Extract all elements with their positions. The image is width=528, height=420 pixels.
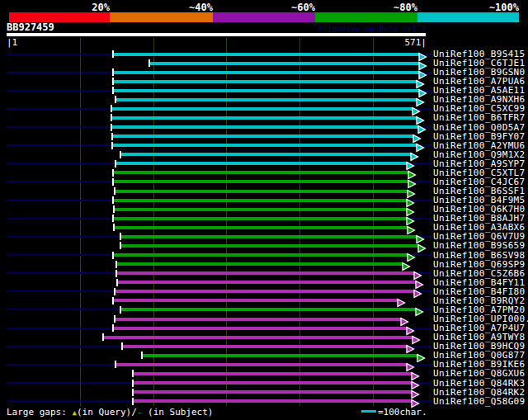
hit-label[interactable]: UniRef100_B6SV98 [433,251,526,260]
hit-label[interactable]: UniRef100_B9FY07 [433,132,526,141]
scale-legend-bar [361,410,376,413]
hsp-arrowhead-icon [413,286,422,296]
hsp-bar[interactable] [113,299,398,302]
hsp-bar[interactable] [114,226,408,229]
identity-scale-tick-label: 20% [50,2,110,13]
query-ruler-bar [7,33,426,36]
identity-scale-segment [9,12,110,22]
hsp-start-tick [148,59,150,67]
hsp-bar[interactable] [133,381,412,385]
hsp-start-tick [112,297,114,304]
hsp-bar[interactable] [113,253,408,257]
hsp-start-tick [120,306,121,314]
identity-scale-tick-label: ~80% [358,2,417,13]
large-gaps-legend: Large gaps: ▲(in Query)/- (in Subject) [7,408,213,418]
hsp-bar[interactable] [120,153,412,156]
hit-label[interactable]: UniRef100_Q0D5A7 [433,123,526,132]
hsp-bar[interactable] [114,208,408,211]
hsp-arrowhead-icon [402,259,411,269]
hsp-start-tick [111,142,113,149]
hsp-bar[interactable] [112,144,417,147]
hsp-start-tick [112,50,114,58]
hsp-start-tick [112,324,114,332]
hsp-bar[interactable] [113,180,409,183]
hsp-bar[interactable] [115,318,402,321]
hsp-bar[interactable] [116,262,403,266]
hsp-bar[interactable] [117,281,417,284]
ruler-end-label: 571| [405,38,427,47]
hsp-bar[interactable] [116,363,408,366]
hsp-arrowhead-icon [417,351,426,361]
hsp-bar[interactable] [142,354,418,357]
hsp-start-tick [102,333,104,341]
hsp-bar[interactable] [120,308,417,311]
hsp-start-tick [121,342,123,350]
hsp-bar[interactable] [111,107,413,111]
hit-label[interactable]: UniRef100_Q58G09 [433,397,526,406]
identity-scale-segment [110,12,213,22]
hsp-start-tick [115,160,116,168]
hsp-bar[interactable] [113,171,409,174]
hsp-bar[interactable] [113,80,417,83]
hsp-start-tick [112,196,114,204]
hit-label[interactable]: UniRef100_Q69SP9 [433,260,526,269]
hsp-start-tick [141,352,143,359]
hsp-bar[interactable] [111,125,419,129]
hsp-bar[interactable] [120,235,417,238]
hsp-arrowhead-icon [406,342,415,352]
query-id: BB927459 [7,22,54,33]
hsp-bar[interactable] [115,190,408,193]
hsp-bar[interactable] [133,390,412,394]
hsp-bar[interactable] [111,116,417,120]
hsp-start-tick [116,279,118,286]
hsp-bar[interactable] [116,98,417,101]
hsp-start-tick [111,124,112,131]
hsp-start-tick [113,224,115,231]
hsp-bar[interactable] [122,345,408,348]
hsp-start-tick [120,151,121,158]
hsp-bar[interactable] [133,372,412,375]
hsp-start-tick [112,178,114,186]
hit-label[interactable]: UniRef100_Q84RK2 [433,388,526,397]
hsp-bar[interactable] [149,62,420,65]
hsp-start-tick [115,96,116,103]
hsp-bar[interactable] [113,199,408,202]
hsp-start-tick [114,187,116,195]
gridline [80,38,81,406]
hit-label[interactable]: UniRef100_B6TFR7 [433,113,526,122]
hsp-arrowhead-icon [415,304,424,314]
hsp-start-tick [116,270,117,277]
gridline [153,38,154,406]
hit-label[interactable]: UniRef100_B9S659 [433,241,526,250]
hsp-bar[interactable] [133,399,412,403]
identity-scale-segment [315,12,417,22]
hit-label[interactable]: UniRef100_Q8GXU6 [433,369,526,378]
gridline [226,38,227,406]
hsp-bar[interactable] [112,134,414,138]
legend-query-text: (in Query)/ [77,407,137,418]
hsp-bar[interactable] [115,290,415,293]
hit-label[interactable]: UniRef100_Q84RK3 [433,379,526,388]
hsp-bar[interactable] [116,271,415,275]
hsp-start-tick [132,370,134,377]
hsp-bar[interactable] [103,336,413,339]
hsp-start-tick [112,87,114,94]
hsp-bar[interactable] [120,244,419,248]
hsp-start-tick [112,68,114,76]
identity-scale-tick-label: ~100% [460,2,519,13]
hsp-start-tick [114,315,116,323]
hsp-bar[interactable] [113,53,420,56]
hsp-bar[interactable] [113,327,408,330]
hsp-start-tick [120,242,121,249]
identity-scale-segment [213,12,315,22]
hsp-arrowhead-icon [407,223,416,233]
hsp-bar[interactable] [113,71,420,74]
identity-scale-segment [417,12,519,22]
hsp-bar[interactable] [116,162,408,165]
scale-legend-label: =100char. [378,408,427,418]
hsp-bar[interactable] [113,89,420,92]
hsp-start-tick [116,261,117,268]
hsp-start-tick [132,389,134,396]
gridline [373,38,374,406]
hsp-bar[interactable] [113,217,408,220]
